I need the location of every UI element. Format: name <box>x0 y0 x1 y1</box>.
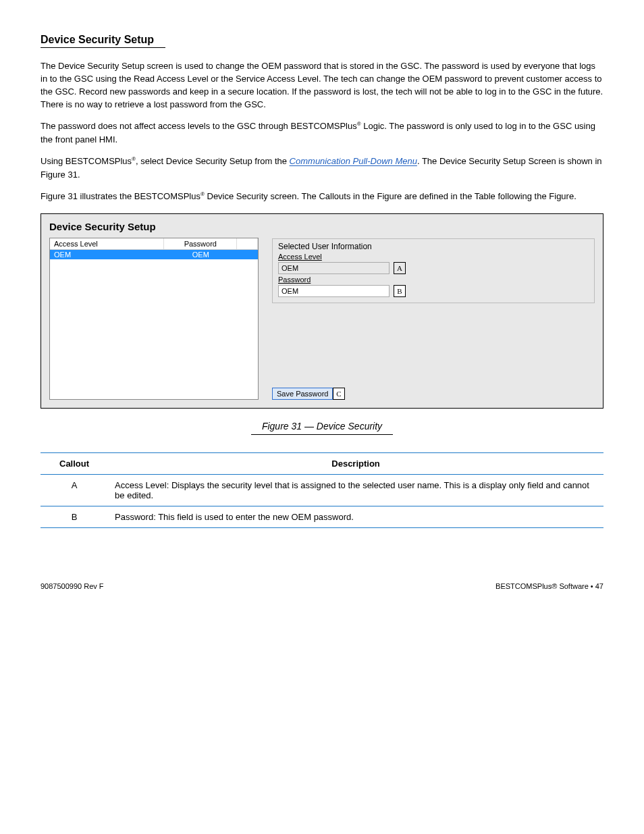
col-password: Password <box>164 238 237 249</box>
callout-marker-b: B <box>394 285 406 297</box>
callout-marker-a: A <box>394 262 406 274</box>
grid-header: Access Level Password <box>50 238 258 250</box>
footer-right: BESTCOMSPlus® Software • 47 <box>495 582 603 590</box>
access-level-field <box>278 262 390 274</box>
text-span: The password does not affect access leve… <box>41 122 357 132</box>
cell-description: Password: This field is used to enter th… <box>108 506 603 527</box>
text-span: , select Device Security Setup from the <box>136 157 290 167</box>
page-footer: 9087500990 Rev F BESTCOMSPlus® Software … <box>41 582 603 590</box>
grid-row-selected[interactable]: OEM OEM <box>50 250 258 259</box>
table-row: A Access Level: Displays the security le… <box>41 474 603 506</box>
password-note-paragraph: The password does not affect access leve… <box>41 120 603 146</box>
communication-menu-link[interactable]: Communication Pull-Down Menu <box>290 157 417 167</box>
intro-paragraph: The Device Security Setup screen is used… <box>41 60 603 111</box>
text-span: Using BESTCOMSPlus <box>41 157 132 167</box>
cell-description: Access Level: Displays the security leve… <box>108 474 603 506</box>
caption-underline <box>251 434 393 435</box>
col-spacer <box>237 238 258 249</box>
save-password-button[interactable]: Save Password <box>272 388 333 400</box>
th-callout: Callout <box>41 452 108 474</box>
access-level-label: Access Level <box>278 253 589 261</box>
access-grid[interactable]: Access Level Password OEM OEM <box>49 238 259 400</box>
th-description: Description <box>108 452 603 474</box>
page-heading: Device Security Setup <box>41 34 603 46</box>
group-title: Selected User Information <box>278 242 589 251</box>
cell-callout: B <box>41 506 108 527</box>
panel-title: Device Security Setup <box>49 221 259 232</box>
callout-table: Callout Description A Access Level: Disp… <box>41 452 603 528</box>
cell-password: OEM <box>164 250 237 259</box>
figure-ref-paragraph: Figure 31 illustrates the BESTCOMSPlus® … <box>41 190 603 203</box>
text-span: illustrates the BESTCOMSPlus <box>78 192 200 202</box>
table-row: B Password: This field is used to enter … <box>41 506 603 527</box>
figure-caption: Figure 31 — Device Security <box>41 421 603 432</box>
text-span: Device Security screen. The Callouts in … <box>205 192 576 202</box>
text-span: Figure 31 <box>41 192 78 202</box>
password-field[interactable] <box>278 285 390 297</box>
selected-user-group: Selected User Information Access Level A… <box>272 238 595 303</box>
heading-underline <box>41 47 165 48</box>
cell-level: OEM <box>50 250 164 259</box>
callout-marker-c: C <box>333 388 345 400</box>
figure-panel: Device Security Setup Access Level Passw… <box>41 213 603 409</box>
footer-left: 9087500990 Rev F <box>41 582 104 590</box>
cell-callout: A <box>41 474 108 506</box>
col-access-level: Access Level <box>50 238 164 249</box>
nav-paragraph: Using BESTCOMSPlus®, select Device Secur… <box>41 155 603 181</box>
password-field-label: Password <box>278 276 589 284</box>
